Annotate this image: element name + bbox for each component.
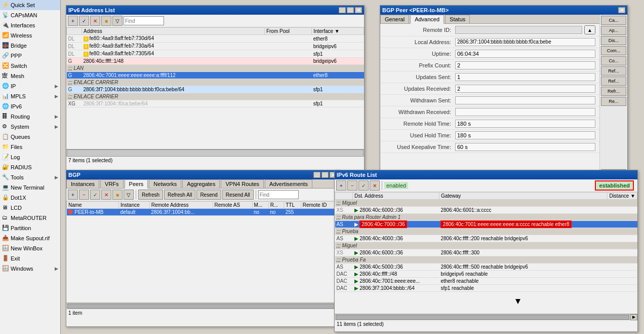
row-dst: ▶ 2806:40c:4000::/36 xyxy=(353,235,439,242)
tab-advanced[interactable]: Advanced xyxy=(410,15,444,24)
table-row[interactable]: AS ▶ 2806:40c:5000::/36 2806:40c:ffff::5… xyxy=(335,264,637,271)
table-row[interactable]: XS ▶ 2806:40c:6000::/36 2806:40c:6001::a… xyxy=(335,207,637,214)
sidebar-item-switch[interactable]: 🔀 Switch xyxy=(0,61,60,71)
sidebar-item-mpls[interactable]: 📊 MPLS ▶ xyxy=(0,91,60,101)
tab-peers[interactable]: Peers xyxy=(125,179,148,189)
bgp-peer-row[interactable]: PEER-to-MB default 2806:3f7:1004:bb... n… xyxy=(67,209,339,216)
co-btn[interactable]: Co... xyxy=(601,56,626,65)
tab-status[interactable]: Status xyxy=(445,15,470,23)
sidebar-item-new-winbox[interactable]: 🪟 New WinBox xyxy=(0,243,60,253)
tab-vrfs[interactable]: VRFs xyxy=(100,179,124,188)
bgp-check-btn[interactable]: ✓ xyxy=(90,190,100,200)
refr-btn[interactable]: Refr... xyxy=(601,87,626,96)
col-distance: Distance ▼ xyxy=(608,193,637,200)
ipv6-address-search[interactable] xyxy=(124,16,164,25)
field-prefix-count: Prefix Count: 2 xyxy=(380,60,599,71)
bgp-cross-btn[interactable]: ✕ xyxy=(101,190,111,200)
sidebar-item-files[interactable]: 📁 Files xyxy=(0,142,60,152)
bgp-minimize[interactable]: _ xyxy=(313,172,320,178)
resend-all-btn[interactable]: Resend All xyxy=(222,190,254,200)
route-add-btn[interactable]: + xyxy=(336,180,346,191)
ipv6-address-controls[interactable]: _ □ ✕ xyxy=(339,7,362,13)
peer-name: PEER-to-MB xyxy=(67,209,119,216)
table-row[interactable]: DL ⭐fe80::4aa9:8aff:feb7:7305/64 sfp1 xyxy=(67,50,364,58)
tab-general[interactable]: General xyxy=(380,15,409,23)
sidebar-item-log[interactable]: 📝 Log xyxy=(0,152,60,162)
sidebar-item-ipv6[interactable]: 🌐 IPv6 xyxy=(0,101,60,112)
delete-btn[interactable]: ✕ xyxy=(90,16,100,26)
table-row[interactable]: G 2806:3f7:1004:bbbb:bbbb:bbbb:f0ca:bebe… xyxy=(67,86,364,93)
tab-instances[interactable]: Instances xyxy=(66,179,99,188)
route-remove-btn[interactable]: − xyxy=(347,180,357,191)
close-btn[interactable]: ✕ xyxy=(355,7,362,13)
bgp-peer-controls[interactable]: ✕ xyxy=(618,7,625,13)
table-row[interactable]: G 2806:40c:ffff::1/48 bridgeipv6 xyxy=(67,58,364,65)
refresh-all-btn[interactable]: Refresh All xyxy=(164,190,195,200)
table-row[interactable]: DAC ▶ 2806:40c:ffff::/48 bridgeipv6 reac… xyxy=(335,271,637,278)
add-btn[interactable]: + xyxy=(68,16,78,26)
tab-aggregates[interactable]: Aggregates xyxy=(182,179,220,188)
re-btn[interactable]: Re... xyxy=(601,97,626,106)
sidebar-item-ip[interactable]: 🌐 IP ▶ xyxy=(0,81,60,91)
bgp-add-btn[interactable]: + xyxy=(68,190,78,200)
sidebar-item-lcd[interactable]: 🖥 LCD xyxy=(0,203,60,213)
route-row-selected[interactable]: AS ▶ 2806:40c:7000::/36 2806:40c:7001:ee… xyxy=(335,221,637,228)
minimize-btn[interactable]: _ xyxy=(339,7,346,13)
sidebar-item-ppp[interactable]: 🔗 PPP xyxy=(0,51,60,61)
scroll-right[interactable]: ▶ xyxy=(630,314,637,320)
sidebar-item-capsman[interactable]: 📡 CAPsMAN xyxy=(0,10,60,20)
com-btn[interactable]: Com... xyxy=(601,46,626,55)
bgp-search[interactable] xyxy=(258,190,299,199)
sidebar-item-queues[interactable]: 📋 Queues xyxy=(0,132,60,142)
tab-networks[interactable]: Networks xyxy=(149,179,181,188)
sidebar-item-interfaces[interactable]: 🔌 Interfaces xyxy=(0,20,60,30)
ref1-btn[interactable]: Ref... xyxy=(601,66,626,76)
maximize-btn[interactable]: □ xyxy=(347,7,354,13)
bgp-filter-btn[interactable]: ▽ xyxy=(124,190,134,200)
row-address: ⭐fe80::4aa9:8aff:feb7:730a/64 xyxy=(82,43,265,50)
dis-btn[interactable]: Dis... xyxy=(601,36,626,45)
sidebar-item-mesh[interactable]: 🕸 Mesh xyxy=(0,71,60,81)
sidebar-item-dot1x[interactable]: 🔒 Dot1X xyxy=(0,193,60,203)
sidebar-item-tools[interactable]: 🔧 Tools ▶ xyxy=(0,172,60,182)
sidebar-item-wireless[interactable]: 📶 Wireless xyxy=(0,30,60,41)
sidebar-item-quickset[interactable]: ⚡ Quick Set xyxy=(0,0,60,10)
bgp-remove-btn[interactable]: − xyxy=(79,190,89,200)
ipv6-route-window: IPv6 Route List + − ✓ ✕ enabled establis… xyxy=(334,170,638,332)
table-row[interactable]: AS ▶ 2806:40c:4000::/36 2806:40c:ffff::2… xyxy=(335,235,637,242)
filter-btn[interactable]: ▽ xyxy=(112,16,123,26)
bgp-copy-btn[interactable]: ■ xyxy=(112,190,123,200)
table-row[interactable]: XS ▶ 2806:40c:6000::/36 2806:40c:ffff::3… xyxy=(335,249,637,256)
refresh-btn[interactable]: Refresh xyxy=(138,190,163,200)
table-row[interactable]: DL ⭐fe80::4aa9:8aff:feb7:730a/64 bridgei… xyxy=(67,43,364,50)
bgp-maximize[interactable]: □ xyxy=(321,172,329,178)
check-btn[interactable]: ✓ xyxy=(79,16,89,26)
sidebar-item-radius[interactable]: 🔐 RADIUS xyxy=(0,162,60,172)
ref2-btn[interactable]: Ref... xyxy=(601,77,626,86)
sidebar-item-partition[interactable]: 💾 Partition xyxy=(0,223,60,233)
table-row[interactable]: DAC ▶ 2806:3f7:1004:bbbb::/64 sfp1 reach… xyxy=(335,285,637,292)
table-row-selected[interactable]: G 2806:40c:7001:eeee:eeee:eeee:a:ffff/11… xyxy=(67,72,364,79)
sidebar-item-exit[interactable]: 🚪 Exit xyxy=(0,253,60,264)
route-cross-btn[interactable]: ✕ xyxy=(370,180,380,191)
table-row[interactable]: DAC ▶ 2806:40c:7001:eeee:eee... ether8 r… xyxy=(335,278,637,285)
scroll-up-btn[interactable]: ▲ xyxy=(584,25,595,34)
ap-btn[interactable]: Ap... xyxy=(601,26,626,35)
table-row[interactable]: DL ⭐fe80::4aa9:8aff:feb7:730d/64 ether8 xyxy=(67,35,364,43)
sidebar-item-make-supout[interactable]: 📤 Make Supout.rif xyxy=(0,233,60,243)
bgp-peer-close[interactable]: ✕ xyxy=(618,7,625,13)
table-row[interactable]: XG 2806:3f7:1004::f0ca:bebe/64 sfp1 xyxy=(67,100,364,107)
copy-btn[interactable]: ■ xyxy=(101,16,111,26)
sidebar-item-windows[interactable]: 🪟 Windows ▶ xyxy=(0,264,60,274)
sidebar-item-metarouter[interactable]: 🗂 MetaROUTER xyxy=(0,213,60,223)
bgp-controls[interactable]: _ □ ✕ xyxy=(313,172,337,178)
resend-btn[interactable]: Resend xyxy=(196,190,221,200)
route-check-btn[interactable]: ✓ xyxy=(358,180,369,191)
sidebar-item-new-terminal[interactable]: 💻 New Terminal xyxy=(0,182,60,193)
sidebar-item-routing[interactable]: 🛤 Routing ▶ xyxy=(0,112,60,122)
ca-btn[interactable]: Ca... xyxy=(601,16,626,25)
sidebar-item-system[interactable]: ⚙ System ▶ xyxy=(0,122,60,132)
tab-vpn4routes[interactable]: VPN4 Routes xyxy=(221,179,264,188)
sidebar-item-bridge[interactable]: 🌉 Bridge xyxy=(0,41,60,51)
tab-advertisements[interactable]: Advertisements xyxy=(265,179,312,188)
